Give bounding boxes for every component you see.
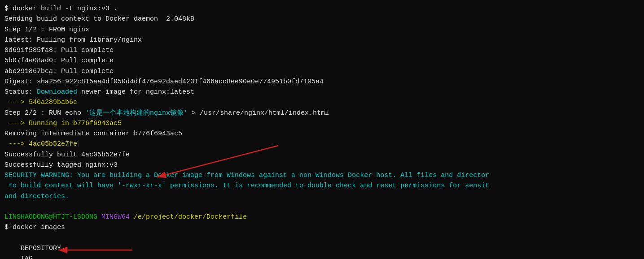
output-removing: Removing intermediate container b776f694… [4,129,640,139]
output-success-built: Successfully built 4ac05b52e7fe [4,150,640,160]
output-pulling: latest: Pulling from library/nginx [4,35,640,45]
output-warning3: and directories. [4,191,640,202]
table-header: REPOSITORY TAG IMAGE ID CREATED SIZE [4,233,640,259]
output-pull2: 5b07f4e08ad0: Pull complete [4,56,640,66]
prompt-space2 [130,212,134,222]
col-tag: TAG [21,254,74,259]
output-pull3: abc291867bca: Pull complete [4,66,640,77]
cmd-docker-images: $ docker images [4,222,640,233]
output-hash2: ---> 4ac05b52e7fe [4,139,640,149]
prompt-path: /e/project/docker/Dockerfile [134,212,247,222]
downloaded-text: Downloaded [37,88,77,96]
cmd-docker-build: $ docker build -t nginx:v3 . [4,4,640,14]
output-warning1: SECURITY WARNING: You are building a Doc… [4,170,640,181]
output-digest: Digest: sha256:922c815aa4df050d4df476e92… [4,77,640,87]
output-step2: Step 2/2 : RUN echo '这是一个本地构建的nginx镜像' >… [4,108,640,118]
col-repository: REPOSITORY [21,243,110,254]
output-sending: Sending build context to Docker daemon 2… [4,14,640,24]
output-pull1: 8d691f585fa8: Pull complete [4,45,640,56]
output-step1: Step 1/2 : FROM nginx [4,25,640,35]
output-success-tagged: Successfully tagged nginx:v3 [4,160,640,170]
prompt-line: LINSHAODONG@HTJT-LSDONG MINGW64 /e/proje… [4,212,640,222]
output-hash1: ---> 540a289bab6c [4,97,640,108]
prompt-space1 [97,212,101,222]
output-status: Status: Downloaded newer image for nginx… [4,87,640,97]
empty-line [4,202,640,212]
prompt-mingw: MINGW64 [101,212,130,222]
terminal-window: $ docker build -t nginx:v3 . Sending bui… [0,0,644,259]
output-running: ---> Running in b776f6943ac5 [4,118,640,129]
prompt-user: LINSHAODONG@HTJT-LSDONG [4,212,97,222]
output-warning2: to build context will have '-rwxr-xr-x' … [4,181,640,191]
